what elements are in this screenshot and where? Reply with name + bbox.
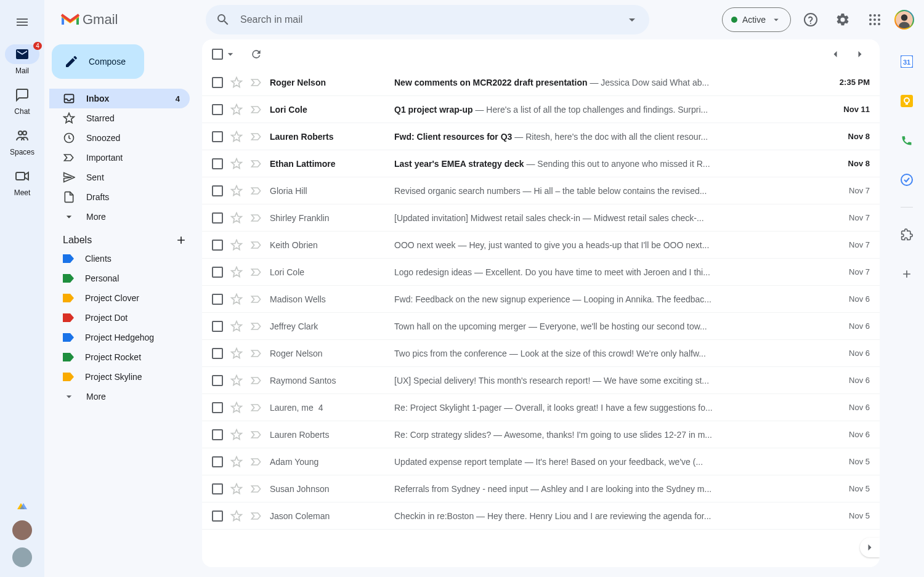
newer-button[interactable] xyxy=(825,44,845,64)
star-button[interactable] xyxy=(230,293,243,305)
chat-avatar-2[interactable] xyxy=(12,547,32,567)
star-button[interactable] xyxy=(230,456,243,468)
older-button[interactable] xyxy=(850,44,870,64)
important-button[interactable] xyxy=(250,212,262,224)
apps-button[interactable] xyxy=(862,7,887,32)
rail-item-chat[interactable]: Chat xyxy=(5,85,39,116)
rail-item-spaces[interactable]: Spaces xyxy=(5,126,39,156)
label-item-personal[interactable]: Personal xyxy=(49,268,190,288)
email-checkbox[interactable] xyxy=(212,456,223,467)
important-button[interactable] xyxy=(250,239,262,251)
star-button[interactable] xyxy=(230,483,243,495)
label-item-project-rocket[interactable]: Project Rocket xyxy=(49,347,190,367)
email-row[interactable]: Madison Wells Fwd: Feedback on the new s… xyxy=(202,286,880,313)
nav-item-starred[interactable]: Starred xyxy=(49,108,190,128)
star-button[interactable] xyxy=(230,401,243,414)
compose-button[interactable]: Compose xyxy=(52,44,144,79)
email-checkbox[interactable] xyxy=(212,348,223,359)
email-row[interactable]: Lauren, me 4 Re: Project Skylight 1-page… xyxy=(202,394,880,421)
important-button[interactable] xyxy=(250,185,262,197)
labels-more[interactable]: More xyxy=(49,387,190,406)
star-button[interactable] xyxy=(230,158,243,170)
rail-item-mail[interactable]: 4Mail xyxy=(5,44,39,75)
search-options-icon[interactable] xyxy=(625,12,639,27)
label-item-project-hedgehog[interactable]: Project Hedgehog xyxy=(49,328,190,347)
search-bar[interactable] xyxy=(206,5,649,34)
star-button[interactable] xyxy=(230,239,243,251)
important-button[interactable] xyxy=(250,401,262,414)
email-row[interactable]: Jeffrey Clark Town hall on the upcoming … xyxy=(202,313,880,340)
star-button[interactable] xyxy=(230,212,243,224)
important-button[interactable] xyxy=(250,266,262,278)
email-checkbox[interactable] xyxy=(212,321,223,332)
contacts-app[interactable] xyxy=(894,128,919,153)
nav-item-snoozed[interactable]: Snoozed xyxy=(49,128,190,148)
important-button[interactable] xyxy=(250,483,262,495)
star-button[interactable] xyxy=(230,185,243,197)
email-checkbox[interactable] xyxy=(212,267,223,278)
tasks-app[interactable] xyxy=(894,167,919,192)
important-button[interactable] xyxy=(250,347,262,360)
nav-item-important[interactable]: Important xyxy=(49,148,190,167)
email-row[interactable]: Lauren Roberts Re: Corp strategy slides?… xyxy=(202,421,880,448)
nav-item-more[interactable]: More xyxy=(49,207,190,227)
rail-item-meet[interactable]: Meet xyxy=(5,166,39,197)
star-button[interactable] xyxy=(230,266,243,278)
important-button[interactable] xyxy=(250,510,262,522)
email-checkbox[interactable] xyxy=(212,77,223,88)
important-button[interactable] xyxy=(250,456,262,468)
select-all[interactable] xyxy=(212,48,237,60)
select-all-checkbox[interactable] xyxy=(212,49,223,60)
expand-panel-button[interactable] xyxy=(860,538,880,557)
refresh-button[interactable] xyxy=(246,44,266,64)
star-button[interactable] xyxy=(230,347,243,360)
important-button[interactable] xyxy=(250,103,262,116)
important-button[interactable] xyxy=(250,76,262,89)
nav-item-inbox[interactable]: Inbox4 xyxy=(49,89,190,108)
chevron-down-icon[interactable] xyxy=(224,48,237,60)
email-checkbox[interactable] xyxy=(212,375,223,386)
logo-area[interactable]: Gmail xyxy=(49,12,196,28)
email-checkbox[interactable] xyxy=(212,104,223,115)
email-list[interactable]: Roger Nelson New comments on MCR2022 dra… xyxy=(202,69,880,567)
email-checkbox[interactable] xyxy=(212,212,223,224)
settings-button[interactable] xyxy=(830,7,855,32)
important-button[interactable] xyxy=(250,320,262,333)
profile-avatar[interactable] xyxy=(894,10,914,30)
search-icon[interactable] xyxy=(216,12,230,27)
main-menu-button[interactable] xyxy=(7,7,37,37)
email-row[interactable]: Keith Obrien OOO next week — Hey, just w… xyxy=(202,232,880,259)
email-checkbox[interactable] xyxy=(212,240,223,251)
email-row[interactable]: Roger Nelson New comments on MCR2022 dra… xyxy=(202,69,880,96)
important-button[interactable] xyxy=(250,131,262,143)
important-button[interactable] xyxy=(250,374,262,387)
star-button[interactable] xyxy=(230,320,243,333)
search-input[interactable] xyxy=(240,14,639,25)
email-checkbox[interactable] xyxy=(212,131,223,142)
label-item-project-clover[interactable]: Project Clover xyxy=(49,288,190,308)
add-label-icon[interactable] xyxy=(175,234,187,246)
star-button[interactable] xyxy=(230,131,243,143)
star-button[interactable] xyxy=(230,429,243,441)
email-row[interactable]: Lori Cole Logo redesign ideas — Excellen… xyxy=(202,259,880,286)
email-row[interactable]: Lori Cole Q1 project wrap-up — Here's a … xyxy=(202,96,880,123)
nav-item-sent[interactable]: Sent xyxy=(49,167,190,187)
email-row[interactable]: Raymond Santos [UX] Special delivery! Th… xyxy=(202,367,880,394)
important-button[interactable] xyxy=(250,429,262,441)
email-row[interactable]: Lauren Roberts Fwd: Client resources for… xyxy=(202,123,880,150)
support-button[interactable] xyxy=(798,7,823,32)
email-checkbox[interactable] xyxy=(212,294,223,305)
labs-icon[interactable] xyxy=(15,498,30,513)
label-item-clients[interactable]: Clients xyxy=(49,249,190,268)
email-checkbox[interactable] xyxy=(212,158,223,169)
status-pill[interactable]: Active xyxy=(722,7,791,32)
email-row[interactable]: Jason Coleman Checkin in re:Boston — Hey… xyxy=(202,502,880,530)
star-button[interactable] xyxy=(230,103,243,116)
important-button[interactable] xyxy=(250,158,262,170)
email-row[interactable]: Ethan Lattimore Last year's EMEA strateg… xyxy=(202,150,880,177)
email-checkbox[interactable] xyxy=(212,429,223,440)
star-button[interactable] xyxy=(230,76,243,89)
star-button[interactable] xyxy=(230,510,243,522)
chat-avatar-1[interactable] xyxy=(12,520,32,540)
label-item-project-dot[interactable]: Project Dot xyxy=(49,308,190,328)
